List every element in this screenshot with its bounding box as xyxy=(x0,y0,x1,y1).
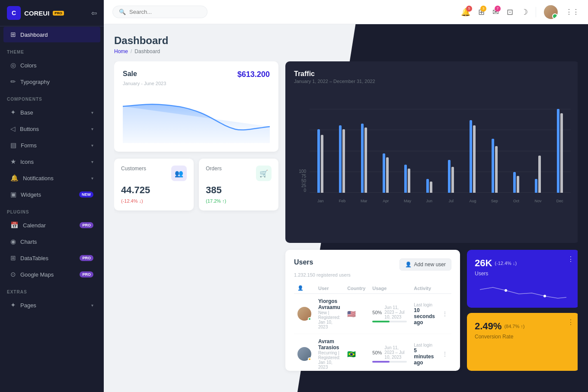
user-menu-cell-1[interactable]: ⋮ xyxy=(438,334,451,371)
user-menu-cell-0[interactable]: ⋮ xyxy=(438,294,451,334)
customers-card: Customers 👥 44.725 (-12.4% ↓) xyxy=(114,159,194,210)
logo-left: C COREUI PRO xyxy=(7,6,64,20)
sidebar-item-pages-left: ✦ Pages xyxy=(10,301,36,309)
notifications-icon: 🔔 xyxy=(10,174,19,182)
bar-group-Dec xyxy=(549,109,571,193)
app-grid-icon[interactable]: ⋮⋮ xyxy=(566,8,579,16)
orders-card-header: Orders 🛒 xyxy=(206,166,272,181)
datatables-pro-badge: PRO xyxy=(80,255,93,261)
sidebar-item-colors[interactable]: ◎ Colors xyxy=(3,57,100,73)
widget-conversion-label: Conversion Rate xyxy=(475,334,572,340)
bar-white-Jan xyxy=(321,135,323,193)
usage-info-0: 50% Jun 11, 2023 – Jul 10, 2023 xyxy=(372,305,407,322)
y-label-75: 75 xyxy=(294,174,306,178)
bar-blue-Jan xyxy=(317,129,320,193)
translate-icon[interactable]: ⊡ xyxy=(507,7,513,17)
page-title: Dashboard xyxy=(114,35,578,47)
sidebar-base-label: Base xyxy=(20,109,33,116)
sidebar-colors-label: Colors xyxy=(20,62,37,69)
search-input[interactable] xyxy=(129,9,198,15)
sidebar-item-base[interactable]: ✦ Base ▾ xyxy=(3,105,100,120)
user-type-0: New | Registered: Jan 10, 2023 xyxy=(318,310,340,329)
icons-chevron-icon: ▾ xyxy=(91,159,93,164)
sidebar-item-charts[interactable]: ◉ Charts xyxy=(3,234,100,249)
messages-icon[interactable]: ✉ 7 xyxy=(492,7,499,17)
y-label-25: 25 xyxy=(294,183,306,188)
sidebar-item-typography[interactable]: ✏ Typography xyxy=(3,74,100,89)
sidebar-item-forms-left: ▤ Forms xyxy=(10,141,37,149)
topbar-right: 🔔 5 ⊞ 3 ✉ 7 ⊡ ☽ ⋮⋮ xyxy=(461,5,579,19)
notifications-badge: 5 xyxy=(466,6,472,12)
tasks-icon[interactable]: ⊞ 3 xyxy=(478,7,485,17)
pages-icon: ✦ xyxy=(10,301,16,309)
user-usage-cell-0: 50% Jun 11, 2023 – Jul 10, 2023 xyxy=(369,294,410,334)
sidebar-item-datatables-left: ⊞ DataTables xyxy=(10,254,48,262)
topbar: 🔍 🔔 5 ⊞ 3 ✉ 7 ⊡ ☽ ⋮⋮ xyxy=(104,0,588,24)
usage-pct-1: 50% xyxy=(372,350,382,355)
breadcrumb-home-link[interactable]: Home xyxy=(114,48,128,54)
sidebar-googlemaps-label: Google Maps xyxy=(20,271,54,278)
sidebar-item-icons[interactable]: ★ Icons ▾ xyxy=(3,154,100,169)
customers-label: Customers xyxy=(121,166,146,172)
widget-users-menu[interactable]: ⋮ xyxy=(567,255,574,263)
dark-mode-icon[interactable]: ☽ xyxy=(521,7,528,17)
base-icon: ✦ xyxy=(10,108,16,116)
sidebar-item-buttons[interactable]: ◁ Buttons ▾ xyxy=(3,121,100,137)
sidebar-item-dashboard[interactable]: ⊞ Dashboard xyxy=(3,27,100,42)
widget-users-value: 26K xyxy=(475,258,492,269)
bar-group-Jan xyxy=(310,129,331,193)
bar-group-Jun xyxy=(419,179,440,193)
avatar[interactable] xyxy=(544,5,558,19)
sidebar-item-notifications[interactable]: 🔔 Notifications ▾ xyxy=(3,170,100,186)
sidebar-toggle-icon[interactable]: ⇦ xyxy=(91,9,97,17)
breadcrumb: Home / Dashboard xyxy=(114,48,578,54)
sidebar-item-dashboard-left: ⊞ Dashboard xyxy=(10,31,48,38)
messages-badge: 7 xyxy=(495,6,501,12)
widget-users-chart xyxy=(475,281,572,303)
breadcrumb-current: Dashboard xyxy=(134,48,160,54)
charts-icon: ◉ xyxy=(10,238,16,245)
users-table-head: 👤 User Country Usage Activity xyxy=(294,283,451,294)
add-user-button[interactable]: 👤 Add new user xyxy=(399,258,451,271)
search-box[interactable]: 🔍 xyxy=(112,6,208,18)
usage-date-0: Jun 11, 2023 – Jul 10, 2023 xyxy=(384,305,407,319)
user-activity-cell-1: Last login5 minutes ago xyxy=(410,334,438,371)
bottom-row: Users 👤 Add new user 1.232.150 registere… xyxy=(285,250,578,371)
notifications-bell-icon[interactable]: 🔔 5 xyxy=(461,7,470,17)
bar-blue-Feb xyxy=(339,125,342,193)
avatar-img xyxy=(544,5,558,19)
widget-conversion-menu[interactable]: ⋮ xyxy=(567,318,574,326)
activity-time-1: 5 minutes ago xyxy=(414,347,435,366)
sidebar-buttons-label: Buttons xyxy=(20,126,39,132)
row-menu-1[interactable]: ⋮ xyxy=(442,351,448,357)
sidebar-item-googlemaps[interactable]: ⊙ Google Maps PRO xyxy=(3,267,100,282)
sale-chart-area xyxy=(123,91,270,143)
user-avatar-cell-1 xyxy=(294,334,315,371)
sidebar-item-icons-left: ★ Icons xyxy=(10,158,34,166)
table-row: Yiorgos AvraamuNew | Registered: Jan 10,… xyxy=(294,294,451,334)
col-usage: Usage xyxy=(369,283,410,294)
pages-chevron-icon: ▾ xyxy=(91,303,93,308)
bar-blue-Mar xyxy=(361,124,364,193)
main-content: 🔍 🔔 5 ⊞ 3 ✉ 7 ⊡ ☽ ⋮⋮ xyxy=(104,0,588,392)
sidebar-item-calendar[interactable]: 📅 Calendar PRO xyxy=(3,217,100,233)
plugins-section-label: PLUGINS xyxy=(0,203,104,217)
widget-conversion: ⋮ 2.49% (84.7% ↑) Conversion Rate xyxy=(467,313,578,371)
row-menu-0[interactable]: ⋮ xyxy=(442,310,448,317)
sidebar-item-base-left: ✦ Base xyxy=(10,108,33,116)
buttons-icon: ◁ xyxy=(10,125,16,133)
widget-users: ⋮ 26K (-12.4% ↓) Users xyxy=(467,250,578,308)
customers-icon: 👥 xyxy=(175,169,183,178)
bar-white-Dec xyxy=(560,113,563,193)
googlemaps-icon: ⊙ xyxy=(10,271,16,278)
user-flag-1: 🇧🇷 xyxy=(347,351,356,358)
sidebar-widgets-label: Widgets xyxy=(21,191,41,198)
bar-blue-Nov xyxy=(535,179,537,193)
usage-fill-0 xyxy=(372,321,390,322)
content-area: Dashboard Home / Dashboard Sale $613.200 xyxy=(104,24,588,392)
sidebar-item-widgets[interactable]: ▣ Widgets NEW xyxy=(3,187,100,202)
sidebar-item-datatables[interactable]: ⊞ DataTables PRO xyxy=(3,250,100,266)
notifications-chevron-icon: ▾ xyxy=(91,176,93,181)
sidebar-item-pages[interactable]: ✦ Pages ▾ xyxy=(3,297,100,313)
sidebar-item-forms[interactable]: ▤ Forms ▾ xyxy=(3,137,100,153)
